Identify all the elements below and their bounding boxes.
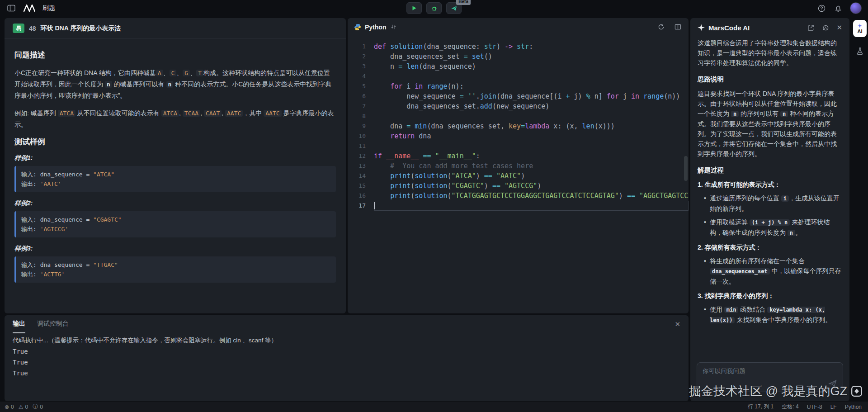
code-line[interactable]: 1def solution(dna_sequence: str) -> str: [348, 42, 689, 52]
ai-bullet-item: •通过遍历序列的每个位置 i，生成从该位置开始的新序列。 [704, 193, 842, 213]
right-activity-bar: AI [852, 20, 868, 56]
code-line[interactable]: 2 dna_sequences_set = set() [348, 52, 689, 62]
marscode-logo-icon[interactable] [23, 4, 36, 13]
problem-description: 小C正在研究一种环状的 DNA 结构，它由四种碱基A、C、G、T构成。这种环状结… [14, 67, 336, 130]
ai-close-icon[interactable]: ✕ [836, 24, 842, 32]
code-line[interactable]: 7 dna_sequences_set.add(new_sequence) [348, 101, 689, 111]
language-switch-icon[interactable] [390, 23, 397, 31]
ai-bullet-item: •将生成的所有序列存储在一个集合 dna_sequences_set 中，以确保… [704, 256, 842, 286]
code-line[interactable]: 15 print(solution("CGAGTC") == "AGTCCG") [348, 181, 689, 191]
ai-bullet-item: •使用取模运算 (i + j) % n 来处理环状结构，确保生成的序列长度为 n… [704, 217, 842, 238]
console-output-line: True [13, 368, 680, 379]
code-editor[interactable]: 1def solution(dna_sequence: str) -> str:… [348, 36, 689, 313]
text-cursor [374, 202, 375, 209]
editor-lines: 1def solution(dna_sequence: str) -> str:… [348, 42, 689, 211]
sample-label: 样例1: [14, 154, 336, 162]
split-view-icon[interactable] [674, 23, 682, 31]
console-hint: 代码执行中...（温馨提示：代码中不允许存在输入指令，否则将会阻塞运行。例如 c… [13, 335, 680, 346]
encoding[interactable]: UTF-8 [807, 404, 822, 410]
line-number: 7 [348, 101, 374, 111]
sample-label: 样例2: [14, 199, 336, 208]
ai-content: 这道题目综合运用了字符串处理和集合数据结构的知识，是一道典型的字符串最小表示问题… [690, 37, 849, 336]
code-line[interactable]: 14 print(solution("ATCA") == "AATC") [348, 171, 689, 181]
code-line[interactable]: 3 n = len(dna_sequence) [348, 62, 689, 71]
samples-list: 样例1:输入: dna_sequence = "ATCA"输出: 'AATC'样… [14, 154, 336, 283]
line-number: 13 [348, 161, 374, 171]
reset-code-icon[interactable] [657, 23, 665, 31]
code-line[interactable]: 13 # You can add more test cases here [348, 161, 689, 171]
info-counter[interactable]: ⓘ0 [33, 403, 43, 411]
sample-box: 输入: dna_sequence = "CGAGTC"输出: 'AGTCCG' [14, 211, 336, 237]
code-line[interactable]: 10 return dna [348, 131, 689, 141]
line-number: 12 [348, 151, 374, 161]
history-icon[interactable] [821, 24, 830, 32]
beta-badge: Beta [456, 0, 471, 5]
warning-counter[interactable]: ⚠0 [19, 404, 28, 410]
sample-label: 样例3: [14, 245, 336, 253]
ai-paragraph: 这道题目综合运用了字符串处理和集合数据结构的知识，是一道典型的字符串最小表示问题… [698, 38, 842, 68]
help-icon[interactable] [817, 4, 826, 13]
language-mode[interactable]: Python [845, 404, 862, 410]
ai-bullet-item: •使用 min 函数结合 key=lambda x: (x, len(x)) 来… [704, 304, 842, 325]
eol[interactable]: LF [830, 404, 837, 410]
line-number: 4 [348, 71, 374, 81]
line-number: 1 [348, 42, 374, 52]
line-number: 16 [348, 191, 374, 201]
info-icon: ⓘ [33, 403, 38, 411]
export-icon[interactable] [807, 24, 815, 32]
code-line[interactable]: 12if __name__ == "__main__": [348, 151, 689, 161]
line-number: 8 [348, 111, 374, 121]
console-output-line: True [13, 346, 680, 357]
experiment-icon[interactable] [855, 46, 865, 56]
console-output-lines: TrueTrueTrue [13, 346, 680, 379]
debug-button[interactable] [426, 2, 442, 14]
code-line[interactable]: 17 [348, 201, 689, 211]
language-tab[interactable]: Python [365, 24, 386, 31]
line-number: 3 [348, 62, 374, 71]
ai-paragraph: 题目要求找到一个环状 DNA 序列的最小字典序表示。由于环状结构可以从任意位置开… [698, 89, 842, 159]
editor-scrollbar[interactable] [684, 156, 688, 181]
code-line[interactable]: 16 print(solution("TCATGGAGTGCTCCTGGAGGC… [348, 191, 689, 201]
line-number: 17 [348, 201, 374, 211]
samples-heading: 测试样例 [14, 137, 336, 147]
cursor-position[interactable]: 行 17, 列 1 [748, 403, 774, 411]
description-heading: 问题描述 [14, 50, 336, 60]
console-panel: 输出调试控制台 ✕ 代码执行中...（温馨提示：代码中不允许存在输入指令，否则将… [5, 315, 689, 401]
line-number: 9 [348, 121, 374, 131]
line-number: 11 [348, 141, 374, 151]
ai-sidebar-button[interactable]: AI [853, 20, 867, 37]
code-line[interactable]: 5 for i in range(n): [348, 81, 689, 91]
console-close-icon[interactable]: ✕ [675, 320, 680, 328]
description-paragraph: 小C正在研究一种环状的 DNA 结构，它由四种碱基A、C、G、T构成。这种环状结… [14, 67, 336, 101]
watermark-text: 掘金技术社区 @ 我是真的GZ [689, 383, 847, 399]
console-tab[interactable]: 调试控制台 [37, 315, 69, 333]
ai-step-heading: 3. 找到字典序最小的序列： [698, 291, 842, 301]
console-tabs: 输出调试控制台 [13, 315, 69, 333]
sparkle-icon [698, 24, 705, 31]
code-line[interactable]: 4 [348, 71, 689, 81]
statusbar-problems[interactable]: ⊗0⚠0ⓘ0 [5, 403, 43, 411]
ai-panel: MarsCode AI ✕ 这道题目综合运用了字符串处理和集合数据结构的知识，是… [690, 18, 849, 401]
code-line[interactable]: 8 [348, 111, 689, 121]
run-button[interactable] [406, 2, 422, 14]
topbar: 刷题 Beta [0, 0, 868, 16]
avatar[interactable] [850, 2, 862, 14]
python-icon [354, 24, 361, 31]
ai-sparkle-icon [858, 24, 862, 28]
ai-heading: 解题过程 [698, 165, 842, 175]
code-line[interactable]: 6 new_sequence = ''.join(dna_sequence[(i… [348, 91, 689, 101]
sidebar-toggle-icon[interactable] [6, 4, 16, 13]
code-line[interactable]: 9 dna = min(dna_sequences_set, key=lambd… [348, 121, 689, 131]
error-counter[interactable]: ⊗0 [5, 404, 14, 410]
line-number: 5 [348, 81, 374, 91]
console-tab[interactable]: 输出 [13, 315, 25, 333]
problem-title: 环状 DNA 序列的最小表示法 [41, 24, 121, 33]
indentation[interactable]: 空格: 4 [782, 403, 798, 411]
notifications-icon[interactable] [834, 4, 843, 13]
code-line[interactable]: 11 [348, 141, 689, 151]
editor-tabbar: Python [348, 18, 689, 36]
problem-header: 易 48 环状 DNA 序列的最小表示法 [5, 18, 346, 39]
warning-icon: ⚠ [19, 404, 24, 410]
ai-title: MarsCode AI [708, 24, 750, 32]
line-number: 6 [348, 91, 374, 101]
